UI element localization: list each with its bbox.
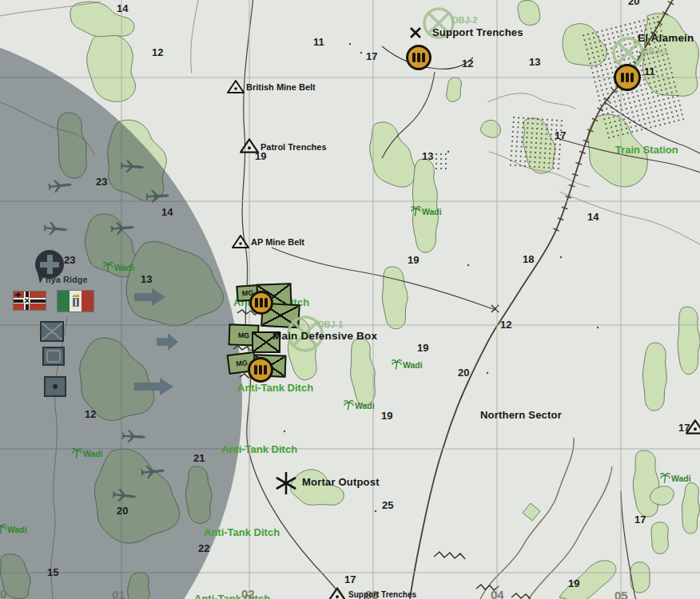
unit-frame-symbol[interactable] [42,347,65,366]
aircraft-icon[interactable] [138,464,167,483]
wadi-marker: Wadi [103,260,113,276]
grid-number: 17 [366,50,377,62]
grid-axis-label: 04 [491,588,504,599]
mortar-outpost-label: Mortar Outpost [302,476,380,488]
aircraft-icon[interactable] [41,221,70,240]
grid-number: 12 [462,58,473,69]
attack-arrow-icon[interactable] [157,332,179,355]
point-unit-symbol[interactable] [44,376,66,397]
mine-triangle-icon [240,137,259,154]
mortar-outpost-marker[interactable]: Mortar Outpost [275,472,297,498]
grid-number: 12 [152,46,163,58]
mg-label: MG [238,331,250,339]
grid-number: 23 [64,254,75,266]
grid-number: 17 [344,573,356,585]
aircraft-icon[interactable] [109,487,138,506]
grid-number: 23 [96,176,107,188]
wadi-label: Wadi [83,449,103,458]
mine-triangle-icon [686,419,700,435]
wadi-marker: Wadi [411,204,421,220]
british-mine-belt-marker[interactable]: British Mine Belt [227,79,245,97]
grid-number: 19 [417,342,428,354]
grid-axis-label: 05 [614,589,628,599]
grid-number: 13 [422,150,433,162]
support-trenches-south-label: Support Trenches [348,590,416,599]
mine-triangle-icon [328,586,347,599]
anti-tank-ditch-label: Anti-Tank Ditch [194,593,270,599]
grid-axis-label: 00 [0,587,7,599]
grid-number: 13 [529,56,540,68]
bunker-marker[interactable] [249,291,273,315]
unit-frame-inner [46,350,61,363]
british-mine-belt-label: British Mine Belt [246,82,316,92]
attack-arrow-icon[interactable] [134,377,174,399]
wadi-marker: Wadi [660,471,670,486]
support-trenches-south-marker[interactable]: Support Trenches [328,586,347,599]
grid-number: 12 [500,319,511,331]
grid-number: 11 [644,65,655,77]
grid-number: 22 [198,542,209,554]
bunker-marker[interactable] [248,357,273,383]
balkenkreuz-icon [47,255,53,274]
mg-label: MG [236,359,249,368]
el-alamein-label: El Alamein [638,32,694,44]
aircraft-icon[interactable] [119,429,147,447]
palm-tree-icon [0,522,6,534]
palm-tree-icon [392,358,402,370]
palm-tree-icon [103,260,113,272]
bunker-marker[interactable] [406,45,432,70]
grid-number: 19 [568,577,579,589]
palm-tree-icon [72,446,82,458]
urban-ruins-speckle [508,115,564,169]
grid-number: 20 [628,0,639,7]
grid-number: 19 [381,410,392,422]
wadi-label: Wadi [422,207,442,216]
flag-insignia [25,299,29,303]
bunker-marker[interactable] [614,64,641,91]
wadi-label: Wadi [671,474,691,483]
anti-tank-ditch-label: Anti-Tank Ditch [221,443,297,455]
wadi-marker: Wadi [0,522,6,538]
flag-stripe [82,291,93,311]
grid-number: 17 [555,129,566,141]
wadi-label: Wadi [7,525,27,534]
objective-id-label: OBJ-1 [317,319,343,329]
attack-arrow-icon[interactable] [134,288,166,310]
wadi-label: Wadi [403,360,423,370]
grid-number: 12 [85,408,96,420]
support-trenches-marker[interactable]: Support Trenches [409,26,422,42]
grid-number: 18 [523,253,534,265]
grid-number: 14 [587,211,599,223]
aircraft-icon[interactable] [46,177,74,196]
german-war-flag[interactable] [14,292,46,310]
x-marker-icon [409,26,422,39]
grid-number: 14 [161,206,173,218]
grid-number: 21 [193,452,205,464]
tactical-map[interactable]: 14 12 11 17 20 12 13 11 13 19 17 23 14 1… [0,0,700,599]
grid-number: 20 [458,367,469,379]
grid-number: 15 [47,566,58,578]
objective-id-label: OBJ-2 [451,15,477,25]
mortar-asterisk-icon [275,472,297,494]
aircraft-icon[interactable] [108,220,136,239]
aircraft-icon[interactable] [117,159,145,177]
main-defensive-box-label: Main Defensive Box [272,330,377,342]
urban-ruins-speckle [434,152,450,169]
savoy-shield-icon [73,298,79,307]
unit-dot [53,384,58,389]
grid-number: 25 [382,499,393,511]
armor-unit-symbol[interactable] [40,321,64,342]
grid-axis-label: 01 [112,588,125,599]
italian-flag[interactable] [58,291,93,311]
patrol-trenches-marker[interactable]: Patrol Trenches [240,137,259,157]
objective-id-label: OBJ-3 [642,46,667,56]
wadi-label: Wadi [355,401,375,411]
grid-number: 19 [408,254,419,266]
aircraft-icon[interactable] [143,188,171,207]
ap-mine-belt-label: AP Mine Belt [251,237,304,247]
iron-cross-icon [15,292,21,297]
anti-tank-ditch-label: Anti-Tank Ditch [204,526,280,538]
ap-mine-belt-marker[interactable]: AP Mine Belt [232,234,249,252]
train-station-label: Train Station [615,144,678,156]
mine-belt-marker-east[interactable] [686,419,700,438]
